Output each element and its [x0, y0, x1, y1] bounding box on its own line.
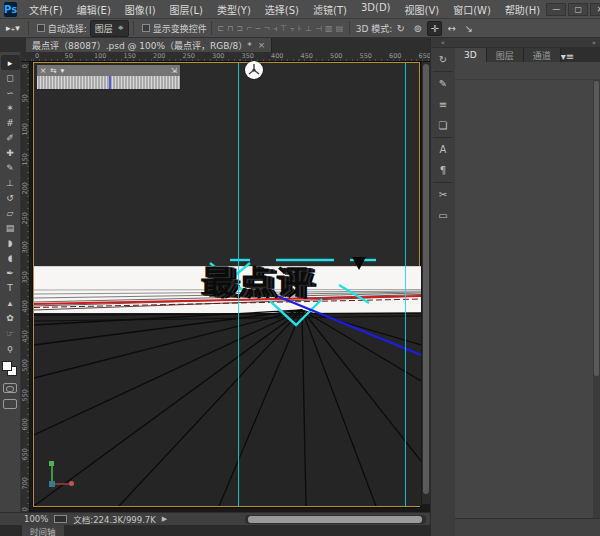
align-icon[interactable]: ⊓ [225, 24, 234, 33]
scrollbar-thumb[interactable] [423, 64, 429, 494]
chevron-down-icon[interactable]: ▾ [61, 66, 65, 75]
tool-presets-panel-icon[interactable]: ✂ [433, 185, 454, 204]
align-icon[interactable]: ⊦ [296, 24, 303, 33]
align-icon[interactable]: ¬ [262, 24, 272, 33]
3d-drag-tool[interactable]: ✛ [427, 21, 442, 36]
document-canvas[interactable]: 最点评 × ⇆ ▾ ⇲ [33, 62, 420, 507]
menu-item-编辑(E)[interactable]: 编辑(E) [71, 0, 117, 19]
clone-stamp-tool[interactable]: ⊥ [1, 175, 20, 190]
type-tool[interactable]: T [1, 280, 20, 295]
move-tool-preset-icon[interactable]: ▸₊▾ [6, 23, 20, 33]
quick-selection-tool[interactable]: ✶ [1, 100, 20, 115]
properties-panel-icon[interactable]: ≡ [433, 95, 454, 114]
align-icon[interactable]: ⊥ [304, 24, 314, 33]
3d-axis-origin[interactable] [49, 481, 55, 487]
history-panel-icon[interactable]: ↻ [433, 50, 454, 69]
tab-图层[interactable]: 图层 [487, 48, 524, 62]
menu-item-3D(D)[interactable]: 3D(D) [355, 0, 397, 19]
close-icon[interactable]: × [258, 40, 266, 50]
crop-tool[interactable]: # [1, 115, 20, 130]
expand-icon[interactable]: ⇲ [171, 66, 177, 75]
horizontal-scrollbar[interactable] [245, 515, 426, 524]
tab-通道[interactable]: 通道 [524, 48, 561, 62]
maximize-button[interactable]: ▢ [568, 3, 588, 16]
healing-brush-tool[interactable]: ✚ [1, 145, 20, 160]
close-button[interactable]: ✕ [590, 3, 600, 16]
tab-3D[interactable]: 3D [455, 48, 487, 62]
notes-panel-icon[interactable]: ▭ [433, 206, 454, 225]
3d-scale-tool[interactable]: ↘ [461, 21, 476, 36]
menu-item-帮助(H)[interactable]: 帮助(H) [499, 0, 546, 19]
3d-axis-x[interactable] [54, 483, 70, 485]
dodge-tool[interactable]: ◖ [1, 250, 20, 265]
brush-tool[interactable]: ✎ [1, 160, 20, 175]
3d-rotate-tool[interactable]: ↻ [393, 21, 408, 36]
quick-mask-button[interactable] [3, 383, 17, 393]
menu-item-选择(S)[interactable]: 选择(S) [259, 0, 305, 19]
guide-vertical-1[interactable] [238, 63, 239, 506]
status-menu-arrow[interactable]: ▶ [162, 515, 167, 523]
align-icon[interactable]: ⊏ [216, 24, 226, 33]
history-brush-tool[interactable]: ↺ [1, 190, 20, 205]
menu-item-视图(V)[interactable]: 视图(V) [399, 0, 446, 19]
blur-tool[interactable]: ◗ [1, 235, 20, 250]
3d-axis-y-cap[interactable] [49, 461, 54, 466]
timeline-tab[interactable]: 时间轴 [22, 525, 64, 536]
3d-roll-tool[interactable]: ⊚ [410, 21, 425, 36]
scrollbar-thumb[interactable] [248, 516, 422, 523]
align-icon[interactable]: ⊤ [279, 24, 289, 33]
vertical-ruler[interactable]: 0501001502002503003504004505005506006507… [21, 62, 30, 512]
hand-tool[interactable]: ☞ [1, 325, 20, 340]
auto-select-dropdown[interactable]: 图层 ≑ [90, 20, 129, 37]
zoom-tool[interactable]: ϙ [1, 340, 20, 355]
auto-select-checkbox[interactable] [37, 24, 45, 32]
3d-slide-tool[interactable]: ↔ [444, 21, 459, 36]
3d-axis-x-cap[interactable] [69, 481, 74, 486]
foreground-color-swatch[interactable] [2, 361, 12, 371]
align-icon[interactable]: ▥ [324, 24, 335, 33]
paragraph-panel-icon[interactable]: ¶ [433, 161, 454, 180]
panel-collapse-button[interactable]: » [455, 38, 600, 48]
align-icon[interactable]: ⊣ [314, 24, 324, 33]
zoom-level-field[interactable]: 100% [24, 514, 48, 524]
menu-item-类型(Y)[interactable]: 类型(Y) [211, 0, 257, 19]
eraser-tool[interactable]: ▱ [1, 205, 20, 220]
align-icon[interactable]: ⊐ [235, 24, 245, 33]
dock-collapse-button[interactable]: « [431, 38, 455, 48]
character-panel-icon[interactable]: A [433, 140, 454, 159]
guide-vertical-2[interactable] [405, 63, 406, 506]
move-tool[interactable]: ▸ [1, 55, 20, 70]
menu-item-图层(L)[interactable]: 图层(L) [164, 0, 209, 19]
secondary-view-preview[interactable] [37, 76, 180, 89]
horizontal-ruler[interactable]: 050100150200250300350400450500550600650 [21, 52, 430, 62]
menu-item-滤镜(T)[interactable]: 滤镜(T) [307, 0, 353, 19]
eyedropper-tool[interactable]: ✐ [1, 130, 20, 145]
align-icon[interactable]: ▤ [334, 24, 345, 33]
marquee-tool[interactable]: ◻ [1, 70, 20, 85]
panel-scrollbar[interactable] [593, 80, 600, 518]
scrollbar-thumb[interactable] [594, 81, 599, 376]
align-icon[interactable]: ─ [254, 24, 262, 33]
panel-menu-icon[interactable]: ▾≡ [561, 51, 574, 62]
color-swatches[interactable] [2, 361, 18, 377]
minimize-button[interactable]: — [546, 3, 566, 16]
screen-mode-button[interactable] [3, 399, 17, 409]
lasso-tool[interactable]: ∽ [1, 85, 20, 100]
swap-view-icon[interactable]: ⇆ [50, 66, 56, 75]
menu-item-窗口(W)[interactable]: 窗口(W) [447, 0, 497, 19]
3d-camera-widget[interactable] [245, 61, 263, 79]
close-icon[interactable]: × [40, 66, 46, 75]
document-tab[interactable]: 最点评（88087）.psd @ 100%（最点评，RGB/8）* × [26, 38, 272, 52]
layer-comps-panel-icon[interactable]: ❏ [433, 116, 454, 135]
brush-panel-icon[interactable]: ✎ [433, 74, 454, 93]
align-icon[interactable]: ⫞ [272, 24, 279, 33]
align-icon[interactable]: ⌐ [244, 24, 254, 33]
menu-item-文件(F)[interactable]: 文件(F) [23, 0, 69, 19]
3d-extruded-text[interactable]: 最点评 [200, 266, 414, 298]
menu-item-图像(I)[interactable]: 图像(I) [119, 0, 162, 19]
gradient-tool[interactable]: ▤ [1, 220, 20, 235]
path-selection-tool[interactable]: ▴ [1, 295, 20, 310]
pen-tool[interactable]: ✒ [1, 265, 20, 280]
custom-shape-tool[interactable]: ✿ [1, 310, 20, 325]
show-transform-checkbox[interactable] [142, 24, 150, 32]
